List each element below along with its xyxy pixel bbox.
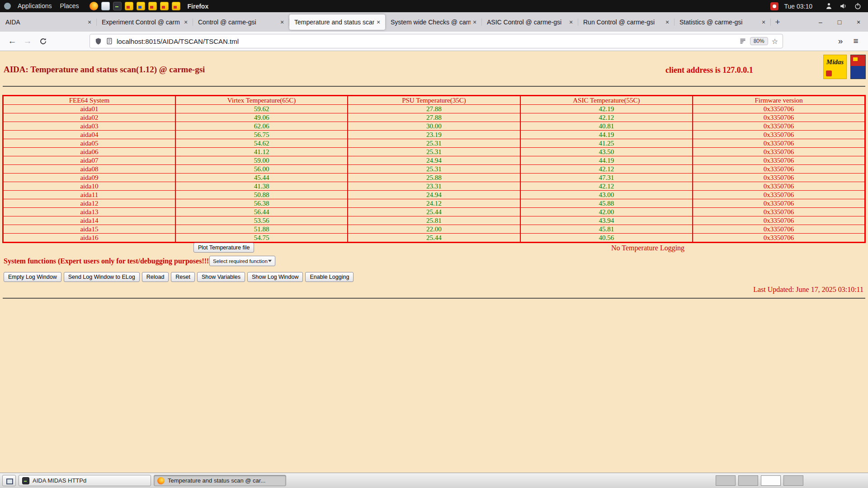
midas-launcher-icon-5[interactable] bbox=[172, 2, 180, 10]
virtex-temperature-cell: 56.38 bbox=[175, 199, 348, 208]
enable-logging-button[interactable]: Enable Logging bbox=[305, 272, 354, 282]
workspace-cell-2[interactable] bbox=[738, 475, 758, 486]
asic-temperature-cell: 43.50 bbox=[520, 148, 693, 156]
table-row: aida10 41.38 23.31 42.12 0x3350706 bbox=[3, 182, 865, 191]
bookmark-star-icon[interactable]: ☆ bbox=[772, 37, 778, 46]
window-close-button[interactable]: × bbox=[849, 12, 868, 32]
reset-button[interactable]: Reset bbox=[171, 272, 195, 282]
midas-launcher-icon-2[interactable] bbox=[137, 2, 145, 10]
overflow-menu-button[interactable]: » bbox=[833, 34, 848, 48]
accessibility-icon[interactable] bbox=[825, 2, 833, 10]
firmware-version-cell: 0x3350706 bbox=[693, 131, 865, 139]
tab-close-icon[interactable]: × bbox=[278, 18, 286, 26]
workspace-cell-4[interactable] bbox=[783, 475, 803, 486]
tab-close-icon[interactable]: × bbox=[182, 18, 190, 26]
plot-temperature-button[interactable]: Plot Temperature file bbox=[193, 243, 254, 253]
show-log-window-button[interactable]: Show Log Window bbox=[247, 272, 303, 282]
send-log-to-elog-button[interactable]: Send Log Window to ELog bbox=[64, 272, 140, 282]
virtex-temperature-cell: 41.38 bbox=[175, 182, 348, 191]
institute-logo[interactable] bbox=[850, 55, 866, 79]
show-variables-button[interactable]: Show Variables bbox=[197, 272, 245, 282]
files-launcher-icon[interactable] bbox=[101, 2, 110, 10]
table-row: aida11 50.88 24.94 43.00 0x3350706 bbox=[3, 191, 865, 199]
workspace-cell-1[interactable] bbox=[716, 475, 736, 486]
temperature-table: FEE64 System Virtex Temperature(65C) PSU… bbox=[2, 95, 866, 243]
virtex-temperature-cell: 41.12 bbox=[175, 148, 348, 156]
fee64-name-cell: aida13 bbox=[3, 208, 175, 216]
new-tab-button[interactable]: + bbox=[770, 15, 785, 29]
task-button-midas-httpd[interactable]: AIDA MIDAS HTTPd bbox=[19, 475, 151, 486]
table-row: aida03 62.06 30.00 40.81 0x3350706 bbox=[3, 122, 865, 131]
tab-close-icon[interactable]: × bbox=[663, 18, 671, 26]
asic-temperature-cell: 42.12 bbox=[520, 113, 693, 122]
volume-icon[interactable] bbox=[840, 2, 847, 10]
forward-button[interactable]: → bbox=[20, 34, 35, 48]
fee64-name-cell: aida01 bbox=[3, 105, 175, 113]
table-row: aida06 41.12 25.31 43.50 0x3350706 bbox=[3, 148, 865, 156]
midas-logo[interactable]: Midas bbox=[823, 55, 847, 79]
midas-launcher-icon-4[interactable] bbox=[160, 2, 169, 10]
workspace-cell-3[interactable] bbox=[761, 475, 781, 486]
window-minimize-button[interactable]: – bbox=[811, 12, 830, 32]
window-maximize-button[interactable]: □ bbox=[830, 12, 849, 32]
asic-temperature-cell: 43.94 bbox=[520, 216, 693, 225]
empty-log-window-button[interactable]: Empty Log Window bbox=[4, 272, 61, 282]
virtex-temperature-cell: 51.88 bbox=[175, 225, 348, 234]
window-controls: – □ × bbox=[811, 12, 868, 32]
hamburger-menu-button[interactable]: ≡ bbox=[848, 34, 863, 48]
tab-experiment-control[interactable]: Experiment Control @ carm × bbox=[97, 14, 193, 30]
url-bar[interactable]: localhost:8015/AIDA/TSCAN/TSCAN.tml 80% … bbox=[90, 34, 783, 48]
tab-close-icon[interactable]: × bbox=[471, 18, 479, 26]
firefox-launcher-icon[interactable] bbox=[90, 2, 98, 10]
task-button-temperature-scan[interactable]: Temperature and status scan @ car... bbox=[154, 475, 286, 486]
terminal-icon bbox=[22, 477, 29, 484]
tab-run-control[interactable]: Run Control @ carme-gsi × bbox=[578, 14, 674, 30]
table-row: aida02 49.06 27.88 42.12 0x3350706 bbox=[3, 113, 865, 122]
asic-temperature-cell: 40.81 bbox=[520, 122, 693, 131]
places-menu[interactable]: Places bbox=[56, 0, 83, 12]
midas-launcher-icon-1[interactable] bbox=[125, 2, 133, 10]
temperature-table-body: aida01 59.62 27.88 42.19 0x3350706 aida0… bbox=[3, 105, 865, 243]
power-icon[interactable] bbox=[854, 2, 862, 10]
tab-control[interactable]: Control @ carme-gsi × bbox=[193, 14, 289, 30]
function-select[interactable]: Select required function bbox=[209, 256, 275, 266]
taskbar: AIDA MIDAS HTTPd Temperature and status … bbox=[0, 473, 868, 488]
midas-logo-text: Midas bbox=[824, 58, 846, 66]
back-button[interactable]: ← bbox=[5, 34, 20, 48]
fee64-name-cell: aida15 bbox=[3, 225, 175, 234]
system-functions-label: System functions (Expert users only for … bbox=[4, 257, 212, 265]
tracking-protection-shield-icon[interactable] bbox=[94, 38, 102, 45]
applications-menu[interactable]: Applications bbox=[14, 0, 56, 12]
table-row: aida04 56.75 23.19 44.19 0x3350706 bbox=[3, 131, 865, 139]
reload-page-button[interactable]: Reload bbox=[142, 272, 169, 282]
firmware-version-cell: 0x3350706 bbox=[693, 174, 865, 182]
psu-temperature-cell: 24.94 bbox=[348, 191, 520, 199]
psu-temperature-cell: 24.12 bbox=[348, 199, 520, 208]
tab-close-icon[interactable]: × bbox=[85, 18, 94, 26]
tab-aida[interactable]: AIDA × bbox=[0, 14, 96, 30]
site-info-icon[interactable] bbox=[106, 38, 113, 45]
reader-mode-icon[interactable] bbox=[739, 38, 746, 45]
tab-close-icon[interactable]: × bbox=[567, 18, 575, 26]
system-tray bbox=[825, 2, 862, 10]
tab-system-checks[interactable]: System wide Checks @ carm × bbox=[386, 14, 481, 30]
horizontal-rule bbox=[3, 298, 865, 299]
screen-recorder-icon[interactable] bbox=[770, 2, 778, 10]
show-desktop-button[interactable] bbox=[2, 475, 16, 486]
midas-launcher-icon-3[interactable] bbox=[148, 2, 157, 10]
asic-temperature-cell: 44.19 bbox=[520, 131, 693, 139]
distro-icon[interactable] bbox=[4, 3, 11, 9]
tab-statistics[interactable]: Statistics @ carme-gsi × bbox=[675, 14, 770, 30]
psu-temperature-cell: 25.44 bbox=[348, 208, 520, 216]
virtex-temperature-cell: 49.06 bbox=[175, 113, 348, 122]
virtex-temperature-cell: 59.62 bbox=[175, 105, 348, 113]
terminal-launcher-icon[interactable] bbox=[113, 2, 122, 10]
reload-button[interactable] bbox=[35, 34, 51, 48]
tab-asic-control[interactable]: ASIC Control @ carme-gsi × bbox=[482, 14, 578, 30]
tab-temperature-scan[interactable]: Temperature and status scan × bbox=[289, 14, 385, 30]
zoom-level-button[interactable]: 80% bbox=[750, 37, 768, 45]
action-buttons-row: Empty Log Window Send Log Window to ELog… bbox=[4, 272, 354, 282]
clock[interactable]: Tue 03:10 bbox=[784, 3, 812, 10]
tab-close-icon[interactable]: × bbox=[374, 18, 382, 26]
tab-close-icon[interactable]: × bbox=[760, 18, 768, 26]
